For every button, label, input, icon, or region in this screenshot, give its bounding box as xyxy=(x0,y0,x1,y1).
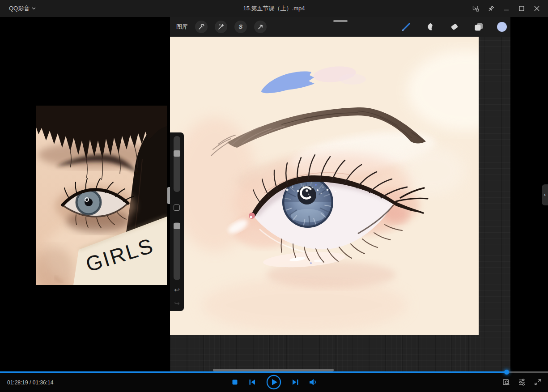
gallery-button: 图库 xyxy=(176,23,188,31)
procreate-canvas xyxy=(170,37,479,335)
previous-icon xyxy=(248,378,256,386)
window-controls xyxy=(468,0,544,17)
undo-icon: ↩ xyxy=(170,286,184,294)
stop-icon xyxy=(231,378,239,386)
wrench-icon xyxy=(198,23,205,30)
snapshot-button[interactable] xyxy=(502,378,510,386)
transform-arrow-icon xyxy=(257,23,264,30)
eraser-icon xyxy=(448,21,461,33)
actions-button xyxy=(195,21,208,33)
smudge-icon xyxy=(424,21,437,33)
previous-button[interactable] xyxy=(248,378,256,386)
opacity-slider xyxy=(174,222,180,280)
selection-button: S xyxy=(234,21,247,33)
control-bar: 01:28:19 / 01:36:14 xyxy=(0,372,548,392)
color-swatch xyxy=(497,21,507,32)
procreate-toolbar: 图库 xyxy=(170,17,510,37)
brush-size-handle xyxy=(174,150,180,157)
settings-button[interactable] xyxy=(518,378,526,386)
pin-button[interactable] xyxy=(484,2,499,15)
qq-player-window: QQ影音 15.第五节课（上）.mp4 xyxy=(0,0,548,392)
selection-icon: S xyxy=(237,23,244,30)
procreate-toolbar-left: 图库 xyxy=(176,17,267,37)
minimize-button[interactable] xyxy=(499,2,514,15)
mini-mode-button[interactable] xyxy=(468,2,484,15)
minimize-icon xyxy=(503,5,510,12)
stop-button[interactable] xyxy=(231,378,239,386)
close-icon xyxy=(533,5,540,12)
painted-eye-artwork xyxy=(170,37,479,335)
procreate-toolbar-right xyxy=(400,17,507,37)
center-controls xyxy=(231,372,318,392)
procreate-screen: 图库 xyxy=(170,17,510,372)
brush-size-slider xyxy=(174,136,180,192)
playlist-panel-handle[interactable]: ‹ xyxy=(542,184,548,205)
mini-mode-icon xyxy=(472,5,480,12)
play-icon xyxy=(266,374,282,390)
volume-icon xyxy=(309,378,318,386)
drag-handle-pill xyxy=(333,20,348,22)
layers-icon xyxy=(472,21,485,33)
next-button[interactable] xyxy=(291,378,299,386)
reference-photo: GIRLS xyxy=(36,106,167,285)
magic-wand-icon xyxy=(217,23,225,30)
snapshot-icon xyxy=(502,378,510,386)
maximize-icon xyxy=(518,5,525,12)
settings-icon xyxy=(518,378,526,386)
adjustments-button xyxy=(215,21,227,33)
brush-icon xyxy=(400,21,412,33)
progress-bar[interactable] xyxy=(0,371,548,373)
procreate-sidebar: ↩ ↪ xyxy=(170,132,184,311)
pin-icon xyxy=(488,5,495,12)
transform-button xyxy=(254,21,267,33)
fullscreen-button[interactable] xyxy=(534,378,542,386)
close-button[interactable] xyxy=(529,2,544,15)
reference-face: GIRLS xyxy=(36,106,167,285)
progress-fill xyxy=(0,371,507,373)
modify-button xyxy=(174,205,180,211)
volume-button[interactable] xyxy=(309,378,318,386)
maximize-button[interactable] xyxy=(514,2,529,15)
opacity-handle xyxy=(174,223,180,229)
play-button[interactable] xyxy=(266,374,282,390)
fullscreen-icon xyxy=(534,378,542,386)
right-controls xyxy=(502,372,542,392)
titlebar: QQ影音 15.第五节课（上）.mp4 xyxy=(0,0,548,17)
window-title: 15.第五节课（上）.mp4 xyxy=(0,0,548,17)
redo-icon: ↪ xyxy=(170,299,184,307)
video-surface[interactable]: GIRLS 图库 xyxy=(0,17,548,372)
chevron-left-icon: ‹ xyxy=(544,192,546,198)
svg-text:S: S xyxy=(239,24,243,30)
time-display: 01:28:19 / 01:36:14 xyxy=(7,372,53,392)
next-icon xyxy=(291,378,299,386)
